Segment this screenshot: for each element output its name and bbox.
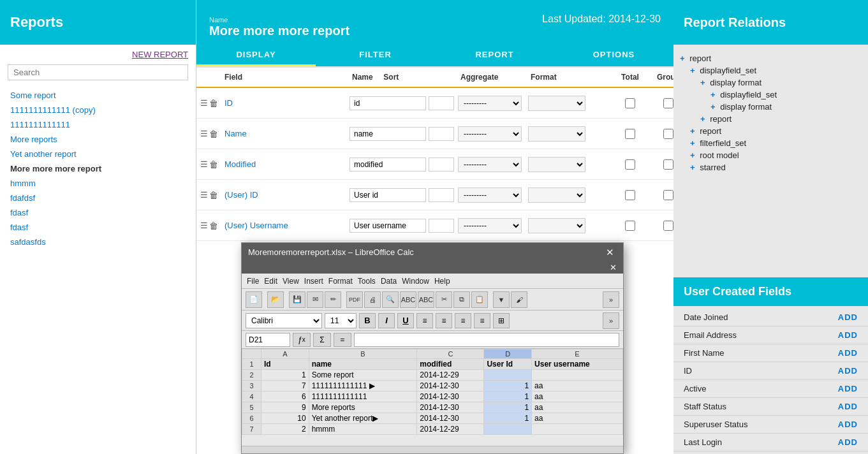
ucf-add-superuser-status[interactable]: ADD: [838, 420, 858, 429]
formula-sum-btn[interactable]: Σ: [313, 333, 331, 347]
format-select[interactable]: [528, 157, 585, 172]
aggregate-select[interactable]: ---------: [458, 157, 522, 172]
format-select[interactable]: [528, 187, 585, 203]
list-item[interactable]: Some report: [0, 88, 196, 103]
calc-menu-help[interactable]: Help: [434, 277, 450, 286]
total-checkbox[interactable]: [625, 221, 635, 231]
underline-button[interactable]: U: [397, 313, 414, 328]
cell-a1[interactable]: Id: [261, 359, 309, 370]
cell[interactable]: aa: [532, 413, 623, 424]
tree-item[interactable]: + report: [680, 125, 862, 137]
tab-options[interactable]: OPTIONS: [554, 45, 673, 66]
col-header-c[interactable]: C: [417, 349, 484, 359]
cell[interactable]: 7: [261, 381, 309, 392]
calc-scrollbar-horizontal[interactable]: [242, 446, 623, 453]
formula-fx-btn[interactable]: ƒx: [293, 333, 311, 347]
tree-item[interactable]: + report: [680, 113, 862, 125]
group-checkbox[interactable]: [663, 98, 673, 108]
total-checkbox[interactable]: [625, 190, 635, 200]
tb-print[interactable]: 🖨: [364, 291, 381, 308]
tab-report[interactable]: REPORT: [435, 45, 554, 66]
list-item-active[interactable]: More more more report: [0, 161, 196, 176]
merge-button[interactable]: ⊞: [493, 313, 510, 328]
list-item[interactable]: fdasf: [0, 205, 196, 220]
calc-menu-format[interactable]: Format: [328, 277, 353, 286]
group-checkbox[interactable]: [663, 129, 673, 139]
cell-b1[interactable]: name: [309, 359, 417, 370]
font-select[interactable]: Calibri: [246, 313, 322, 328]
tb-preview[interactable]: 🔍: [382, 291, 399, 308]
tab-display[interactable]: DISPLAY: [196, 45, 316, 66]
cell[interactable]: 9: [261, 402, 309, 413]
cell[interactable]: More reports: [309, 402, 417, 413]
cell[interactable]: [532, 424, 623, 435]
cell[interactable]: 1111111111111 ▶: [309, 381, 417, 392]
col-header-e[interactable]: E: [532, 349, 623, 359]
cell-c1[interactable]: modified: [417, 359, 484, 370]
total-checkbox[interactable]: [625, 129, 635, 139]
ucf-add-first-name[interactable]: ADD: [838, 348, 858, 358]
ucf-add-email-address[interactable]: ADD: [838, 330, 858, 340]
list-item[interactable]: 1111111111111: [0, 117, 196, 132]
sort-input[interactable]: [429, 157, 454, 172]
new-report-link[interactable]: NEW REPORT: [132, 50, 188, 59]
calc-minimize-button[interactable]: ✕: [607, 263, 619, 272]
font-size-select[interactable]: 11: [325, 313, 357, 328]
name-input[interactable]: [349, 219, 426, 233]
aggregate-select[interactable]: ---------: [458, 126, 522, 142]
tb-copy[interactable]: ⧉: [453, 291, 470, 308]
align-right-button[interactable]: ≡: [455, 313, 471, 328]
tree-item[interactable]: + displayfield_set: [680, 89, 862, 101]
calc-menu-edit[interactable]: Edit: [264, 277, 277, 286]
tb-more[interactable]: »: [603, 291, 619, 308]
aggregate-select[interactable]: ---------: [458, 218, 522, 233]
cell[interactable]: [532, 370, 623, 381]
tree-item[interactable]: + display format: [680, 77, 862, 89]
cell[interactable]: 6: [261, 392, 309, 402]
list-item[interactable]: fdasf: [0, 220, 196, 235]
cell[interactable]: 2014-12-30: [417, 381, 484, 392]
cell[interactable]: 2: [261, 424, 309, 435]
cell[interactable]: 1: [484, 381, 532, 392]
list-item[interactable]: More reports: [0, 132, 196, 147]
cell[interactable]: aa: [532, 392, 623, 402]
ucf-add-active[interactable]: ADD: [838, 384, 858, 393]
cell[interactable]: 1111111111111: [309, 392, 417, 402]
tb-new[interactable]: 📄: [246, 291, 262, 308]
tb-paste2[interactable]: ▼: [493, 291, 510, 308]
drag-handle[interactable]: ☰ 🗑: [196, 129, 222, 139]
drag-handle[interactable]: ☰ 🗑: [196, 190, 222, 200]
cell[interactable]: 2014-12-30: [417, 392, 484, 402]
trash-icon[interactable]: 🗑: [209, 190, 218, 200]
formula-eq-btn[interactable]: =: [334, 333, 351, 347]
cell[interactable]: Some report: [309, 370, 417, 381]
tab-filter[interactable]: FILTER: [316, 45, 435, 66]
drag-handle[interactable]: ☰ 🗑: [196, 98, 222, 108]
calc-close-button[interactable]: ✕: [603, 247, 617, 257]
tree-item[interactable]: + report: [680, 52, 862, 64]
format-select[interactable]: [528, 96, 585, 111]
name-input[interactable]: [349, 96, 426, 110]
cell-e1[interactable]: User username: [532, 359, 623, 370]
col-header-a[interactable]: A: [261, 349, 309, 359]
total-checkbox[interactable]: [625, 159, 635, 170]
tree-item[interactable]: + root model: [680, 149, 862, 161]
align-center-button[interactable]: ≡: [436, 313, 452, 328]
tree-item[interactable]: + display format: [680, 101, 862, 113]
list-item[interactable]: 1111111111111 (copy): [0, 103, 196, 117]
trash-icon[interactable]: 🗑: [209, 159, 218, 170]
tree-item[interactable]: + filterfield_set: [680, 137, 862, 149]
calc-menu-tools[interactable]: Tools: [358, 277, 376, 286]
cell[interactable]: 2014-12-30: [417, 413, 484, 424]
ucf-add-id[interactable]: ADD: [838, 366, 858, 376]
align-justify-button[interactable]: ≡: [474, 313, 490, 328]
cell[interactable]: 1: [484, 392, 532, 402]
search-input[interactable]: [8, 64, 188, 80]
bold-button[interactable]: B: [359, 313, 376, 328]
total-checkbox[interactable]: [625, 98, 635, 108]
cell[interactable]: 1: [261, 370, 309, 381]
cell[interactable]: aa: [532, 381, 623, 392]
tb-email[interactable]: ✉: [307, 291, 323, 308]
name-input[interactable]: [349, 188, 426, 202]
cell[interactable]: aa: [532, 402, 623, 413]
